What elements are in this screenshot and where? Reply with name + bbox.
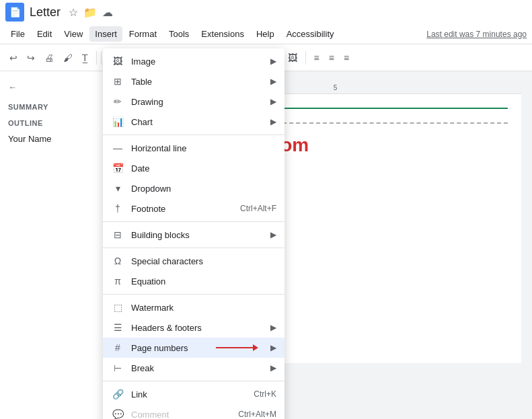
menu-format[interactable]: Format bbox=[124, 26, 162, 42]
date-icon: 📅 bbox=[111, 163, 124, 174]
menu-item-special[interactable]: ΩSpecial characters bbox=[103, 251, 284, 271]
menu-label-break: Break bbox=[131, 363, 264, 373]
align-left-button[interactable]: ≡ bbox=[310, 50, 324, 66]
table-icon: ⊞ bbox=[111, 76, 124, 87]
menu-edit[interactable]: Edit bbox=[32, 26, 57, 42]
menu-separator bbox=[103, 381, 284, 381]
format-clear-button[interactable]: T̲ bbox=[78, 50, 92, 66]
redo-button[interactable]: ↪ bbox=[23, 50, 39, 66]
menu-item-comment: 💬CommentCtrl+Alt+M bbox=[103, 404, 284, 419]
drawing-icon: ✏ bbox=[111, 96, 124, 107]
red-arrow-line bbox=[216, 347, 253, 348]
menu-accessibility[interactable]: Accessibility bbox=[281, 26, 340, 42]
outline-your-name[interactable]: Your Name bbox=[0, 130, 104, 148]
insert-dropdown-menu: 🖼Image▶⊞Table▶✏Drawing▶📊Chart▶—Horizonta… bbox=[103, 48, 284, 419]
shortcut-footnote: Ctrl+Alt+F bbox=[240, 204, 276, 213]
menu-separator bbox=[103, 135, 284, 135]
arrow-table: ▶ bbox=[270, 77, 276, 86]
align-center-button[interactable]: ≡ bbox=[325, 50, 338, 66]
pagenumbers-icon: # bbox=[111, 342, 124, 353]
doc-title: Letter bbox=[30, 5, 61, 20]
hline-icon: — bbox=[111, 143, 124, 153]
menu-item-equation[interactable]: πEquation bbox=[103, 271, 284, 291]
menu-help[interactable]: Help bbox=[251, 26, 280, 42]
menu-item-table[interactable]: ⊞Table▶ bbox=[103, 71, 284, 91]
menu-item-pagenumbers[interactable]: #Page numbers▶ bbox=[103, 338, 284, 358]
print-button[interactable]: 🖨 bbox=[40, 50, 58, 66]
menu-item-date[interactable]: 📅Date bbox=[103, 158, 284, 178]
menu-label-special: Special characters bbox=[131, 256, 276, 266]
shortcut-comment: Ctrl+Alt+M bbox=[238, 410, 276, 419]
menu-file[interactable]: File bbox=[5, 26, 30, 42]
sidebar-back-button[interactable]: ← bbox=[0, 77, 104, 98]
menu-label-footnote: Footnote bbox=[131, 204, 233, 214]
red-arrow-head bbox=[253, 344, 258, 351]
menu-separator bbox=[103, 221, 284, 222]
menu-view[interactable]: View bbox=[59, 26, 88, 42]
undo-button[interactable]: ↩ bbox=[5, 50, 22, 66]
ruler-mark4: 5 bbox=[334, 84, 338, 91]
footnote-icon: † bbox=[111, 203, 124, 214]
menu-label-headers: Headers & footers bbox=[131, 323, 264, 333]
paint-format-button[interactable]: 🖌 bbox=[59, 50, 77, 66]
equation-icon: π bbox=[111, 276, 124, 287]
menu-label-link: Link bbox=[131, 389, 247, 399]
menu-item-chart[interactable]: 📊Chart▶ bbox=[103, 112, 284, 132]
title-icons: ☆ 📁 ☁ bbox=[69, 6, 113, 19]
menu-separator bbox=[103, 294, 284, 295]
special-icon: Ω bbox=[111, 256, 124, 266]
separator3 bbox=[305, 51, 306, 65]
arrow-building: ▶ bbox=[270, 230, 276, 239]
align-right-button[interactable]: ≡ bbox=[340, 50, 353, 66]
chart-icon: 📊 bbox=[111, 116, 124, 127]
title-bar: 📄 Letter ☆ 📁 ☁ bbox=[0, 0, 532, 24]
menu-label-dropdown: Dropdown bbox=[131, 184, 276, 194]
image-insert-button[interactable]: 🖼 bbox=[284, 50, 301, 66]
menu-label-table: Table bbox=[131, 77, 264, 87]
dropdown-icon: ▾ bbox=[111, 183, 124, 194]
menu-label-equation: Equation bbox=[131, 276, 276, 287]
image-icon: 🖼 bbox=[111, 56, 124, 67]
last-edit: Last edit was 7 minutes ago bbox=[426, 30, 527, 39]
menu-label-drawing: Drawing bbox=[131, 97, 264, 107]
menu-item-footnote[interactable]: †FootnoteCtrl+Alt+F bbox=[103, 198, 284, 219]
cloud-icon[interactable]: ☁ bbox=[102, 6, 113, 19]
arrow-headers: ▶ bbox=[270, 323, 276, 332]
menu-item-watermark[interactable]: ⬚Watermark bbox=[103, 297, 284, 317]
menu-label-building: Building blocks bbox=[131, 230, 264, 240]
folder-icon[interactable]: 📁 bbox=[83, 6, 97, 19]
menu-item-building[interactable]: ⊟Building blocks▶ bbox=[103, 225, 284, 245]
break-icon: ⊢ bbox=[111, 363, 124, 373]
arrow-pagenumbers: ▶ bbox=[270, 343, 276, 352]
menu-item-image[interactable]: 🖼Image▶ bbox=[103, 51, 284, 71]
outline-label: OUTLINE bbox=[0, 114, 104, 130]
menu-item-headers[interactable]: ☰Headers & footers▶ bbox=[103, 317, 284, 338]
arrow-image: ▶ bbox=[270, 56, 276, 66]
sidebar: ← SUMMARY OUTLINE Your Name bbox=[0, 71, 104, 419]
watermark-icon: ⬚ bbox=[111, 302, 124, 313]
menu-item-hline[interactable]: —Horizontal line bbox=[103, 138, 284, 158]
building-icon: ⊟ bbox=[111, 229, 124, 240]
summary-label: SUMMARY bbox=[0, 98, 104, 114]
menu-label-comment: Comment bbox=[131, 410, 231, 420]
star-icon[interactable]: ☆ bbox=[69, 6, 78, 19]
arrow-chart: ▶ bbox=[270, 117, 276, 126]
shortcut-link: Ctrl+K bbox=[254, 389, 276, 399]
menu-label-hline: Horizontal line bbox=[131, 143, 276, 153]
arrow-break: ▶ bbox=[270, 363, 276, 373]
menu-label-watermark: Watermark bbox=[131, 303, 276, 313]
menu-label-image: Image bbox=[131, 56, 264, 67]
menu-extensions[interactable]: Extensions bbox=[196, 26, 250, 42]
menu-insert[interactable]: Insert bbox=[89, 26, 122, 42]
headers-icon: ☰ bbox=[111, 322, 124, 333]
menu-item-drawing[interactable]: ✏Drawing▶ bbox=[103, 91, 284, 112]
menu-label-pagenumbers: Page numbers bbox=[131, 343, 209, 353]
menu-bar: File Edit View Insert Format Tools Exten… bbox=[0, 24, 532, 44]
menu-item-break[interactable]: ⊢Break▶ bbox=[103, 358, 284, 378]
menu-tools[interactable]: Tools bbox=[163, 26, 194, 42]
menu-item-dropdown[interactable]: ▾Dropdown bbox=[103, 178, 284, 198]
menu-item-link[interactable]: 🔗LinkCtrl+K bbox=[103, 384, 284, 404]
back-icon: ← bbox=[8, 82, 17, 92]
comment-icon: 💬 bbox=[111, 409, 124, 419]
link-icon: 🔗 bbox=[111, 389, 124, 399]
